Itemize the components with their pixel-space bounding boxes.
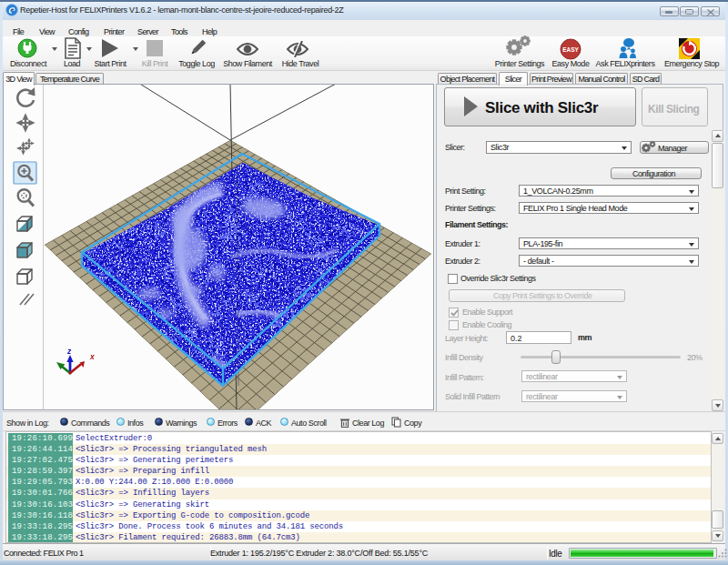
- svg-text:EASY: EASY: [562, 46, 579, 53]
- svg-text:z: z: [66, 347, 72, 356]
- svg-text:x: x: [89, 352, 96, 361]
